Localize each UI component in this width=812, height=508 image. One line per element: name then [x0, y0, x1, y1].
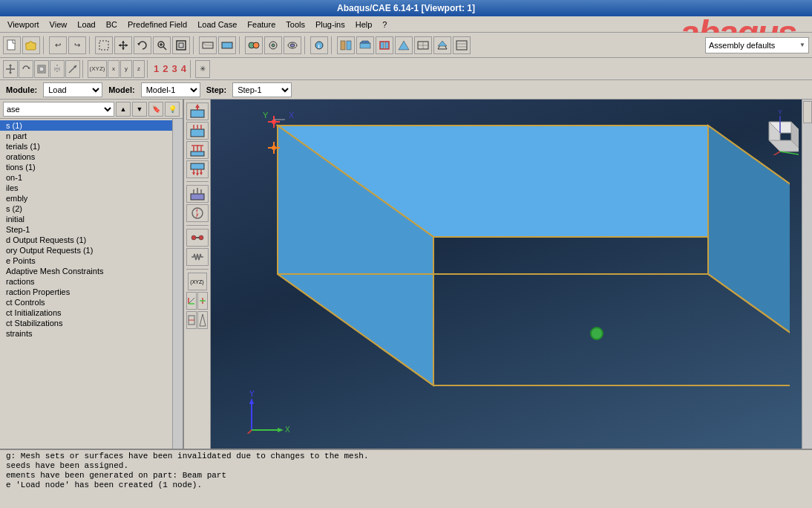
menu-viewport[interactable]: Viewport — [3, 19, 44, 30]
toolbar2-axis-z[interactable]: z — [133, 60, 145, 78]
nav-cube[interactable]: Z X Y — [750, 107, 799, 155]
tree-item-7[interactable]: embly — [0, 193, 183, 203]
toolbar2-extra[interactable]: ✳ — [195, 60, 210, 78]
tree-item-4[interactable]: tions (1) — [0, 162, 183, 172]
step-select[interactable]: Step-1 — [232, 82, 292, 97]
toolbar-shade-btn[interactable] — [218, 36, 236, 54]
toolbar2-sym[interactable] — [50, 60, 65, 78]
toolbar-redo-btn[interactable]: ↪ — [68, 36, 86, 54]
viewport-scrollbar[interactable] — [802, 100, 812, 449]
toolbar2-scale[interactable] — [34, 60, 49, 78]
toolbar-fit-btn[interactable] — [172, 36, 190, 54]
tree-item-5[interactable]: on-1 — [0, 172, 183, 183]
menu-question[interactable]: ? — [378, 19, 391, 30]
menu-view[interactable]: View — [45, 19, 72, 30]
menu-load[interactable]: Load — [73, 19, 99, 30]
tree-item-18[interactable]: ct Initializations — [0, 307, 183, 318]
toolbar-select-btn[interactable] — [95, 36, 113, 54]
toolbar2-axis-xyz[interactable]: (XYZ) — [88, 60, 107, 78]
tree-item-9[interactable]: initial — [0, 214, 183, 224]
toolbar2-rotate2[interactable] — [19, 60, 33, 78]
toolbar2-axis-x[interactable]: x — [108, 60, 119, 78]
toolbar-mesh-btn3[interactable] — [376, 36, 393, 54]
toolbar-new-btn[interactable] — [3, 36, 21, 54]
viewport[interactable]: Y X Y X Z Z X Y — [211, 100, 812, 449]
vtbtn-inertia[interactable] — [186, 229, 209, 247]
toolbar-dg-btn1[interactable] — [245, 36, 263, 54]
toolbar-dg-btn2[interactable] — [264, 36, 282, 54]
vtbtn-section2[interactable] — [197, 311, 208, 329]
toolbar2-axis-y[interactable]: y — [120, 60, 132, 78]
menu-load-case[interactable]: Load Case — [193, 19, 241, 30]
toolbar-zoom-btn[interactable] — [153, 36, 171, 54]
tree-item-0[interactable]: s (1) — [0, 120, 183, 131]
toolbar-open-btn[interactable] — [22, 36, 40, 54]
toolbar-mesh-btn4[interactable] — [395, 36, 413, 54]
toolbar2-arrow[interactable] — [65, 60, 80, 78]
num-3[interactable]: 3 — [170, 63, 178, 74]
toolbar2-translate[interactable] — [3, 60, 18, 78]
num-4[interactable]: 4 — [180, 63, 188, 74]
menu-plugins[interactable]: Plug-ins — [311, 19, 350, 30]
menu-predefined-field[interactable]: Predefined Field — [123, 19, 191, 30]
vtbtn-spring[interactable] — [186, 248, 209, 266]
vtbtn-axes1[interactable] — [186, 292, 197, 310]
menu-help[interactable]: Help — [351, 19, 377, 30]
tree-item-16[interactable]: raction Properties — [0, 287, 183, 297]
tree-item-12[interactable]: ory Output Requests (1) — [0, 245, 183, 255]
sidebar-bulb-btn[interactable]: 💡 — [165, 102, 180, 117]
num-2[interactable]: 2 — [161, 63, 169, 74]
tree-item-10[interactable]: Step-1 — [0, 224, 183, 235]
toolbar-manip-btn[interactable] — [114, 36, 132, 54]
toolbar-mesh-btn7[interactable] — [453, 36, 471, 54]
toolbar-rotate-btn[interactable] — [134, 36, 151, 54]
toolbar-mesh-btn2[interactable] — [356, 36, 374, 54]
vtbtn-gravity[interactable] — [186, 160, 209, 178]
vtbtn-axes2[interactable] — [197, 292, 208, 310]
tree-item-3[interactable]: orations — [0, 152, 183, 162]
menu-feature[interactable]: Feature — [243, 19, 280, 30]
toolbar-mesh-btn1[interactable] — [337, 36, 355, 54]
vtbtn-load[interactable] — [186, 102, 209, 120]
tree-item-6[interactable]: iles — [0, 183, 183, 193]
svg-rect-68 — [191, 163, 204, 169]
toolbar-info-btn[interactable]: i — [310, 36, 328, 54]
vtbtn-bolt[interactable] — [186, 204, 209, 222]
sidebar-scrollbar[interactable] — [172, 119, 183, 449]
tree-item-11[interactable]: d Output Requests (1) — [0, 235, 183, 245]
tree-item-19[interactable]: ct Stabilizations — [0, 318, 183, 328]
sidebar-bookmark-btn[interactable]: 🔖 — [148, 102, 163, 117]
tree-item-17[interactable]: ct Controls — [0, 297, 183, 307]
tree-item-20[interactable]: straints — [0, 328, 183, 339]
sidebar-down-btn[interactable]: ▼ — [132, 102, 147, 117]
scrollbar-thumb[interactable] — [803, 101, 812, 123]
tree-item-1[interactable]: n part — [0, 131, 183, 141]
vtbtn-xyz-label[interactable]: (XYZ) — [188, 273, 207, 290]
sidebar-module-select[interactable]: ase — [3, 102, 114, 117]
sidebar-up-btn[interactable]: ▲ — [116, 102, 131, 117]
vtbtn-section1[interactable] — [186, 311, 197, 329]
title-text: Abaqus/CAE 6.14-1 [Viewport: 1] — [337, 3, 475, 13]
toolbar-mesh-btn6[interactable] — [433, 36, 451, 54]
vtbtn-distributed[interactable] — [186, 185, 209, 203]
vtbtn-bc[interactable] — [186, 122, 209, 140]
toolbar-mesh-btn5[interactable] — [414, 36, 432, 54]
tree-item-15[interactable]: ractions — [0, 276, 183, 287]
svg-text:Y: Y — [263, 111, 269, 120]
tree-item-13[interactable]: e Points — [0, 255, 183, 266]
vtoolbar: (XYZ) — [184, 100, 211, 449]
tree-item-8[interactable]: s (2) — [0, 203, 183, 214]
num-1[interactable]: 1 — [152, 63, 160, 74]
vtbtn-pressure[interactable] — [186, 141, 209, 159]
toolbar-dg-btn3[interactable] — [284, 36, 301, 54]
assembly-defaults-dropdown[interactable]: Assembly defaults — [705, 37, 809, 53]
module-select[interactable]: Load — [43, 82, 102, 97]
tree-item-14[interactable]: Adaptive Mesh Constraints — [0, 266, 183, 276]
svg-text:Y: Y — [778, 108, 782, 116]
menu-tools[interactable]: Tools — [281, 19, 310, 30]
toolbar-wire-btn[interactable] — [199, 36, 217, 54]
menu-bc[interactable]: BC — [102, 19, 122, 30]
toolbar-undo-btn[interactable]: ↩ — [49, 36, 67, 54]
tree-item-2[interactable]: terials (1) — [0, 141, 183, 152]
model-select[interactable]: Model-1 — [141, 82, 200, 97]
